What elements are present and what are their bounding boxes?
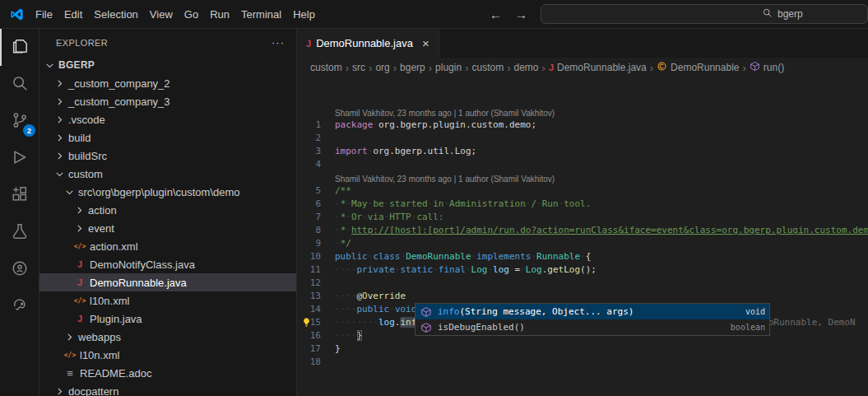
xml-file-icon: </> bbox=[72, 297, 87, 305]
menu-selection[interactable]: Selection bbox=[88, 6, 143, 23]
menu-view[interactable]: View bbox=[144, 6, 179, 23]
activity-bar-item-explorer[interactable] bbox=[0, 29, 39, 66]
tree-item-l10n-xml[interactable]: </>l10n.xml bbox=[39, 346, 296, 364]
breadcrumb-separator-icon: › bbox=[742, 62, 745, 74]
activity-bar-item-gradle[interactable] bbox=[0, 288, 39, 325]
tree-item-event[interactable]: event bbox=[39, 219, 296, 237]
breadcrumb-item-demorunnable[interactable]: DemoRunnable bbox=[657, 61, 739, 74]
breadcrumb-item-org[interactable]: org bbox=[375, 62, 389, 73]
tree-item-demonotifyclass-java[interactable]: JDemoNotifyClass.java bbox=[39, 255, 296, 273]
file-tree: BGERP_custom_company_2_custom_company_3.… bbox=[39, 56, 296, 396]
suggestion-return-type: boolean bbox=[721, 321, 765, 334]
code-line-17: 17} bbox=[297, 342, 868, 356]
close-icon[interactable]: × bbox=[422, 36, 429, 50]
breadcrumb-separator-icon: › bbox=[542, 62, 545, 74]
line-number: 16 bbox=[297, 329, 335, 342]
tree-item-demorunnable-java[interactable]: JDemoRunnable.java bbox=[39, 273, 296, 291]
tree-item-label: event bbox=[88, 222, 114, 235]
tree-item-label: webapps bbox=[78, 331, 121, 343]
code-line-2: 2 bbox=[297, 132, 868, 145]
tree-item-label: src\org\bgerp\plugin\custom\demo bbox=[78, 186, 240, 198]
line-number: 12 bbox=[297, 277, 335, 290]
search-icon bbox=[11, 74, 29, 95]
code-line-3: 3import·org.bgerp.util.Log; bbox=[297, 145, 868, 158]
chevron-right-icon bbox=[53, 95, 66, 108]
tree-item-docpattern[interactable]: docpattern bbox=[39, 382, 296, 396]
tree-item-label: _custom_company_2 bbox=[68, 77, 170, 90]
code-line-7: 7·*·Or·via·HTTP·call: bbox=[297, 211, 868, 224]
activity-bar-item-extensions[interactable] bbox=[0, 177, 39, 214]
chevron-right-icon bbox=[53, 77, 66, 90]
tree-item-buildsrc[interactable]: buildSrc bbox=[39, 147, 296, 165]
breadcrumb-separator-icon: › bbox=[429, 62, 432, 74]
workbench: 2 EXPLORER ··· BGERP_custom_company_2_cu… bbox=[0, 29, 868, 396]
menu-terminal[interactable]: Terminal bbox=[235, 6, 287, 23]
tree-item-vscode[interactable]: .vscode bbox=[39, 110, 296, 128]
menu-help[interactable]: Help bbox=[287, 6, 321, 23]
tree-item-src-org-bgerp-plugin-custom-demo[interactable]: src\org\bgerp\plugin\custom\demo bbox=[39, 183, 296, 201]
breadcrumb-item-plugin[interactable]: plugin bbox=[435, 62, 462, 73]
breadcrumb-separator-icon: › bbox=[393, 62, 397, 74]
code-line-4: 4 bbox=[297, 158, 868, 171]
go-forward-icon[interactable]: → bbox=[515, 7, 527, 21]
activity-bar-item-testing[interactable] bbox=[0, 214, 39, 251]
breadcrumb-item-src[interactable]: src bbox=[352, 62, 365, 73]
tree-item-action-xml[interactable]: </>action.xml bbox=[39, 237, 296, 255]
tree-item-label: action bbox=[88, 204, 117, 217]
menu-go[interactable]: Go bbox=[179, 6, 204, 23]
breadcrumb-item-bgerp[interactable]: bgerp bbox=[400, 62, 425, 73]
activity-bar: 2 bbox=[0, 29, 39, 396]
line-number: 14 bbox=[297, 303, 335, 316]
breadcrumb-item-demo[interactable]: demo bbox=[514, 62, 539, 73]
breadcrumb-item-custom[interactable]: custom bbox=[471, 62, 504, 73]
breadcrumb-separator-icon: › bbox=[346, 62, 349, 74]
activity-bar-item-source-control[interactable]: 2 bbox=[0, 103, 39, 140]
menu-run[interactable]: Run bbox=[204, 6, 235, 23]
menu-file[interactable]: File bbox=[30, 6, 58, 23]
tree-item-webapps[interactable]: webapps bbox=[39, 328, 296, 346]
search-box[interactable]: bgerp bbox=[541, 4, 868, 24]
code-line-13: 13····@Override bbox=[297, 290, 868, 303]
tree-item-label: action.xml bbox=[90, 240, 138, 253]
line-number: 2 bbox=[297, 132, 335, 145]
suggestion-info[interactable]: info(String message, Object... args)void bbox=[415, 304, 769, 319]
menu-edit[interactable]: Edit bbox=[58, 6, 88, 23]
line-number: 13 bbox=[297, 290, 335, 303]
tree-item-readme-adoc[interactable]: ≡README.adoc bbox=[39, 364, 296, 382]
tree-item-action[interactable]: action bbox=[39, 201, 296, 219]
tab-demorunnable-java[interactable]: J DemoRunnable.java × bbox=[297, 29, 439, 58]
codelens-blame[interactable]: Shamil Vakhitov, 23 months ago | 1 autho… bbox=[297, 105, 868, 119]
line-number: 17 bbox=[297, 342, 335, 356]
codelens-blame[interactable]: Shamil Vakhitov, 23 months ago | 1 autho… bbox=[297, 171, 868, 184]
more-actions-icon[interactable]: ··· bbox=[272, 36, 285, 49]
breadcrumb-item-demorunnable-java[interactable]: JDemoRunnable.java bbox=[549, 62, 647, 73]
method-icon bbox=[420, 306, 433, 318]
go-back-icon[interactable]: ← bbox=[490, 7, 502, 21]
breadcrumb: custom›src›org›bgerp›plugin›custom›demo›… bbox=[297, 58, 868, 77]
breadcrumb-item-run[interactable]: run() bbox=[750, 61, 784, 74]
activity-bar-item-run-debug[interactable] bbox=[0, 140, 39, 177]
xml-file-icon: </> bbox=[72, 243, 87, 250]
suggestion-isdebugenabled[interactable]: isDebugEnabled()boolean bbox=[415, 319, 769, 335]
tree-item-custom[interactable]: custom bbox=[39, 165, 296, 183]
line-number: 3 bbox=[297, 145, 335, 158]
breadcrumb-separator-icon: › bbox=[369, 62, 372, 74]
suggestion-label: info(String message, Object... args) bbox=[438, 305, 634, 319]
code-editor[interactable]: Shamil Vakhitov, 23 months ago | 1 autho… bbox=[297, 77, 868, 396]
tree-item-label: BGERP bbox=[58, 59, 95, 71]
activity-bar-item-live-share[interactable] bbox=[0, 251, 39, 288]
vscode-window: FileEditSelectionViewGoRunTerminalHelp ←… bbox=[0, 0, 868, 396]
tree-item-custom-company-3[interactable]: _custom_company_3 bbox=[39, 92, 296, 110]
explorer-icon bbox=[11, 37, 29, 58]
breadcrumb-item-custom[interactable]: custom bbox=[310, 62, 342, 73]
editor-group: J DemoRunnable.java × custom›src›org›bge… bbox=[297, 29, 868, 396]
tree-item-build[interactable]: build bbox=[39, 128, 296, 147]
lightbulb-icon[interactable] bbox=[301, 317, 313, 328]
tree-item-l10n-xml[interactable]: </>l10n.xml bbox=[39, 291, 296, 310]
tree-item-plugin-java[interactable]: JPlugin.java bbox=[39, 310, 296, 328]
tree-item-custom-company-2[interactable]: _custom_company_2 bbox=[39, 74, 296, 92]
class-symbol-icon bbox=[657, 61, 667, 74]
tree-item-bgerp[interactable]: BGERP bbox=[39, 56, 296, 74]
suggest-widget: info(String message, Object... args)void… bbox=[415, 303, 770, 336]
activity-bar-item-search[interactable] bbox=[0, 66, 39, 103]
